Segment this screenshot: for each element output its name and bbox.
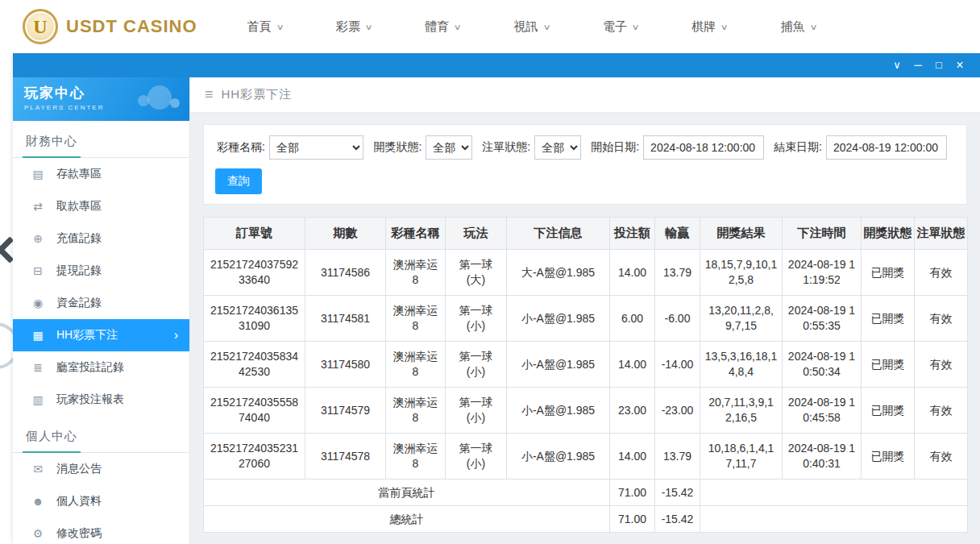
usdt-casino-logo-icon: U bbox=[23, 9, 58, 44]
sidebar-item-withdraw[interactable]: ⇄取款專區 bbox=[13, 190, 189, 222]
lottery-name-select[interactable]: 全部 bbox=[269, 135, 364, 160]
cell-order_status: 有效 bbox=[915, 434, 968, 480]
end-date-input[interactable] bbox=[826, 135, 947, 160]
sidebar-item-change-password[interactable]: ⚙修改密碼 bbox=[13, 517, 189, 544]
nav-item-2[interactable]: 彩票∨ bbox=[336, 19, 372, 35]
cell-draw_status: 已開獎 bbox=[862, 250, 915, 296]
sidebar-item-profile[interactable]: ☻個人資料 bbox=[13, 485, 189, 517]
hh-lottery-bet-icon: ▦ bbox=[31, 329, 45, 342]
top-navigation: U USDT CASINO 首頁∨彩票∨體育∨視訊∨電子∨棋牌∨捕魚∨ bbox=[0, 0, 980, 53]
cell-bet: 小-A盤@1.985 bbox=[507, 388, 610, 434]
bets-table-card: 訂單號期數彩種名稱玩法下注信息投注額輸贏開獎結果下注時間開獎狀態注單狀態 215… bbox=[203, 217, 967, 533]
cell-winloss: 13.79 bbox=[655, 250, 700, 296]
player-center-window: ∨ ─ □ × 玩家中心 PLAYERS CENTER 財務中心▤存款專區⇄取款… bbox=[13, 53, 980, 544]
cell-order: 2152172403613531090 bbox=[204, 296, 305, 342]
announcement-icon: ✉ bbox=[31, 463, 45, 475]
nav-item-label: 視訊 bbox=[514, 19, 538, 35]
column-header: 下注時間 bbox=[783, 218, 862, 250]
nav-item-4[interactable]: 視訊∨ bbox=[514, 19, 550, 35]
cell-order: 2152172403555874040 bbox=[204, 388, 305, 434]
cell-time: 2024-08-19 10:45:58 bbox=[783, 388, 862, 434]
column-header: 開獎結果 bbox=[700, 218, 783, 250]
cell-time: 2024-08-19 11:19:52 bbox=[783, 250, 862, 296]
table-row: 215217240358344253031174580澳洲幸运8第一球(小)小-… bbox=[204, 342, 968, 388]
cell-order_status: 有效 bbox=[915, 250, 968, 296]
window-minimize-icon[interactable]: ─ bbox=[907, 53, 928, 77]
grand-total-label: 總統計 bbox=[204, 506, 610, 533]
withdraw-icon: ⇄ bbox=[31, 200, 45, 213]
profile-icon: ☻ bbox=[31, 495, 45, 508]
sidebar-item-player-bet-report[interactable]: ▥玩家投注報表 bbox=[13, 384, 189, 416]
end-date-label: 結束日期: bbox=[774, 140, 822, 155]
cell-time: 2024-08-19 10:40:31 bbox=[783, 434, 862, 480]
cell-play: 第一球(小) bbox=[446, 342, 507, 388]
sidebar-item-label: 充值記錄 bbox=[56, 231, 102, 246]
sidebar-item-label: 提現記錄 bbox=[56, 264, 102, 278]
sidebar-item-announcement[interactable]: ✉消息公告 bbox=[13, 453, 189, 485]
window-maximize-icon[interactable]: □ bbox=[928, 53, 949, 77]
table-body: 215217240375923364031174586澳洲幸运8第一球(大)大-… bbox=[204, 250, 968, 480]
cell-period: 31174581 bbox=[305, 296, 386, 342]
cell-amount: 14.00 bbox=[610, 250, 655, 296]
cell-amount: 6.00 bbox=[610, 296, 655, 342]
cell-period: 31174578 bbox=[305, 434, 386, 480]
cell-lottery: 澳洲幸运8 bbox=[386, 388, 446, 434]
sidebar-item-recharge-record[interactable]: ⊕充值記錄 bbox=[13, 222, 189, 255]
table-footer: 當前頁統計71.00-15.42總統計71.00-15.42 bbox=[204, 480, 968, 533]
column-header: 輸贏 bbox=[655, 218, 700, 250]
chevron-down-icon: ∨ bbox=[720, 23, 729, 31]
table-row: 215217240352312706031174578澳洲幸运8第一球(小)小-… bbox=[204, 434, 968, 480]
hamburger-menu-icon[interactable]: ≡ bbox=[205, 86, 214, 103]
cell-play: 第一球(小) bbox=[446, 296, 507, 342]
window-close-icon[interactable]: × bbox=[949, 53, 970, 77]
page-total-row: 當前頁統計71.00-15.42 bbox=[204, 480, 968, 506]
nav-item-label: 捕魚 bbox=[781, 19, 805, 35]
cell-winloss: -23.00 bbox=[655, 388, 700, 434]
sidebar-item-hh-lottery-bet[interactable]: ▦HH彩票下注› bbox=[13, 319, 189, 351]
nav-item-6[interactable]: 棋牌∨ bbox=[691, 19, 727, 35]
start-date-input[interactable] bbox=[643, 135, 764, 160]
cell-play: 第一球(小) bbox=[446, 434, 507, 480]
brand-logo[interactable]: U USDT CASINO bbox=[23, 9, 197, 44]
nav-item-label: 首頁 bbox=[247, 19, 272, 35]
cell-winloss: 13.79 bbox=[655, 434, 700, 480]
cell-result: 13,20,11,2,8,9,7,15 bbox=[700, 296, 783, 342]
cell-result: 20,7,11,3,9,12,16,5 bbox=[700, 388, 783, 434]
nav-item-7[interactable]: 捕魚∨ bbox=[781, 19, 816, 35]
cell-order: 2152172403523127060 bbox=[204, 434, 305, 480]
draw-status-select[interactable]: 全部 bbox=[426, 135, 472, 160]
lottery-name-label: 彩種名稱: bbox=[217, 140, 265, 155]
cell-bet: 大-A盤@1.985 bbox=[507, 250, 610, 296]
nav-item-5[interactable]: 電子∨ bbox=[603, 19, 638, 35]
main-menu: 首頁∨彩票∨體育∨視訊∨電子∨棋牌∨捕魚∨ bbox=[247, 19, 870, 35]
sidebar-item-room-bet-record[interactable]: ≣廳室投註記錄 bbox=[13, 351, 189, 384]
page-total-label: 當前頁統計 bbox=[204, 480, 610, 506]
table-row: 215217240361353109031174581澳洲幸运8第一球(小)小-… bbox=[204, 296, 968, 342]
sidebar-section-title: 財務中心 bbox=[13, 121, 189, 158]
content-area: 彩種名稱: 全部 開獎狀態: 全部 注單狀態: 全部 bbox=[190, 113, 980, 544]
cell-draw_status: 已開獎 bbox=[862, 342, 915, 388]
chevron-right-icon: › bbox=[174, 328, 178, 343]
cell-period: 31174586 bbox=[305, 250, 386, 296]
nav-item-label: 棋牌 bbox=[691, 19, 716, 35]
page-total-amount: 71.00 bbox=[610, 480, 655, 506]
nav-item-3[interactable]: 體育∨ bbox=[425, 19, 460, 35]
sidebar-item-withdrawal-record[interactable]: ⊟提現記錄 bbox=[13, 255, 189, 287]
search-button[interactable]: 查詢 bbox=[215, 168, 262, 194]
table-header-row: 訂單號期數彩種名稱玩法下注信息投注額輸贏開獎結果下注時間開獎狀態注單狀態 bbox=[204, 218, 968, 250]
cell-winloss: -6.00 bbox=[655, 296, 700, 342]
sidebar-item-label: 消息公告 bbox=[56, 462, 102, 476]
cell-bet: 小-A盤@1.985 bbox=[507, 296, 610, 342]
sidebar-item-deposit[interactable]: ▤存款專區 bbox=[13, 158, 189, 190]
window-collapse-icon[interactable]: ∨ bbox=[887, 53, 907, 77]
order-status-select[interactable]: 全部 bbox=[534, 135, 581, 160]
cell-time: 2024-08-19 10:50:34 bbox=[783, 342, 862, 388]
filter-panel: 彩種名稱: 全部 開獎狀態: 全部 注單狀態: 全部 bbox=[203, 124, 967, 205]
sidebar-item-label: 存款專區 bbox=[56, 167, 102, 181]
cell-lottery: 澳洲幸运8 bbox=[386, 434, 446, 480]
window-body: 玩家中心 PLAYERS CENTER 財務中心▤存款專區⇄取款專區⊕充值記錄⊟… bbox=[13, 77, 980, 544]
nav-item-1[interactable]: 首頁∨ bbox=[247, 19, 283, 35]
sidebar-item-label: 取款專區 bbox=[56, 199, 102, 214]
sidebar-item-label: 資金記錄 bbox=[56, 296, 102, 310]
sidebar-item-funds-record[interactable]: ◉資金記錄 bbox=[13, 287, 189, 319]
